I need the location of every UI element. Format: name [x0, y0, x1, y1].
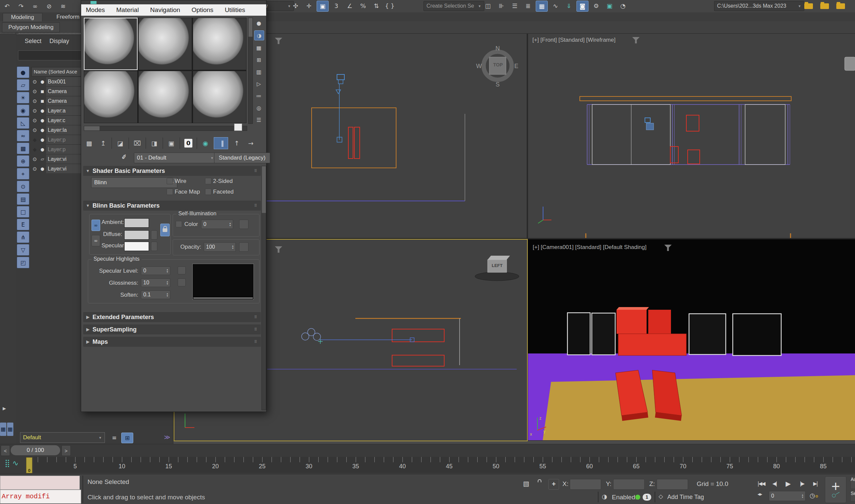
rendered-frame-window-icon[interactable]: ▣ [604, 1, 615, 11]
enabled-green-dot[interactable] [635, 494, 640, 500]
node-label[interactable]: Layer:p [46, 135, 84, 144]
display-hidden-icon[interactable]: □ [17, 206, 29, 218]
go-forward-to-sibling-button[interactable]: → [245, 138, 256, 149]
material-editor-icon[interactable]: ◙ [576, 1, 589, 12]
window-titlebar-sliver[interactable] [81, 0, 266, 4]
viewcube-top-label[interactable]: TOP [492, 62, 504, 68]
display-bones-icon[interactable]: ⌖ [17, 168, 29, 180]
next-frame-button[interactable]: |▶ [796, 478, 807, 489]
display-shapes-icon[interactable]: ▱ [17, 79, 29, 91]
time-slider-display[interactable]: 0 / 100 [11, 445, 60, 455]
explorer-row[interactable]: ⊙ ● Layer:a [31, 106, 84, 115]
material-id-channel-button[interactable]: 0 [180, 138, 194, 149]
render-production-icon[interactable]: ◔ [617, 1, 629, 11]
angle-snap-icon[interactable]: ∠ [344, 1, 355, 11]
time-back-button[interactable]: < [1, 445, 10, 456]
align-icon[interactable]: ⊪ [495, 1, 507, 11]
face-map-checkbox[interactable] [167, 188, 173, 195]
node-label[interactable]: Layer:a [46, 106, 84, 115]
display-geometry-icon[interactable]: ● [17, 67, 29, 78]
specular-level-map-button[interactable] [178, 266, 186, 274]
node-label[interactable]: Box001 [46, 77, 84, 86]
rollout-scrollbar[interactable] [262, 166, 266, 410]
go-to-parent-button[interactable]: ↑ [231, 138, 242, 149]
self-illumination-spinner[interactable]: 0 ▴▾ [201, 220, 233, 229]
compass-west[interactable]: W [476, 63, 482, 70]
viewport-camera-label[interactable]: [+] [Camera001] [Standard] [Default Shad… [533, 244, 647, 251]
sample-corner-swatch[interactable] [234, 124, 242, 131]
hierarchy-view-button[interactable]: ⊞ [121, 433, 133, 443]
explorer-row[interactable]: ⊙ ◼ Camera [31, 87, 84, 96]
spinner-arrows[interactable]: ▴▾ [802, 494, 803, 498]
curve-editor-icon[interactable]: ∿ [550, 1, 561, 11]
explorer-column-header[interactable]: Name (Sorted Asce [31, 67, 86, 76]
select-by-material-button[interactable]: ◎ [254, 103, 263, 112]
absolute-mode-transform-icon[interactable]: + [548, 479, 559, 490]
layer-explorer-toggle-icon[interactable]: ≣ [522, 1, 534, 11]
undo-icon[interactable]: ↶ [1, 1, 13, 11]
visibility-eye-icon[interactable]: ⊙ [31, 156, 39, 162]
backlight-button[interactable]: ◑ [254, 30, 264, 40]
put-material-to-scene-button[interactable]: ↥ [98, 138, 108, 149]
display-selection-icon[interactable]: ⋔ [17, 231, 29, 243]
node-label[interactable]: Camera [46, 96, 84, 106]
material-sample-slot[interactable] [138, 71, 192, 123]
mini-curve-editor-icon[interactable]: ⣿ ∿ [5, 459, 28, 472]
add-time-tag[interactable]: Add Time Tag [667, 494, 704, 501]
material-map-navigator-button[interactable]: ☰ [254, 115, 263, 125]
ribbon-tab[interactable]: Modeling [3, 13, 42, 21]
viewport-camera[interactable]: z x y [+] [Camera001] [Standard] [Defaul… [528, 239, 855, 440]
shader-type-dropdown[interactable]: Blinn▼ [91, 177, 177, 188]
maxscript-listener-input[interactable]: Array modifi [0, 490, 81, 504]
visibility-eye-icon[interactable]: ⊙ [31, 166, 39, 172]
display-materials-icon[interactable]: ▩ [17, 143, 29, 154]
project-structure-folder-icon[interactable] [834, 1, 848, 11]
make-material-copy-button[interactable]: ◨ [146, 138, 160, 149]
percent-snap-icon[interactable]: % [357, 1, 369, 11]
select-and-link-icon[interactable]: ∞ [29, 1, 41, 11]
render-to-texture-icon[interactable]: ⇓ [563, 1, 574, 11]
material-sample-slot[interactable] [84, 71, 138, 123]
explorer-row[interactable]: ⊙ ● Layer:vi [31, 164, 84, 174]
layer-list-button[interactable]: ≡ [108, 433, 120, 443]
self-illumination-map-button[interactable] [239, 220, 248, 229]
render-setup-icon[interactable]: ⚙ [591, 1, 602, 11]
compass-east[interactable]: E [514, 63, 518, 70]
rollout-shader-basic-parameters[interactable]: ▼ Shader Basic Parameters⠿ [83, 166, 261, 176]
specular-map-button[interactable] [151, 242, 157, 251]
key-mode-toggle[interactable]: ◀▶ [757, 492, 762, 496]
material-options-button[interactable]: ≔ [254, 91, 263, 101]
explorer-row[interactable]: ⊙ ● Box001 [31, 77, 84, 87]
node-label[interactable]: Camera [46, 87, 84, 96]
z-coordinate-field[interactable] [657, 479, 688, 490]
material-sample-slot[interactable] [138, 18, 192, 70]
menu-item[interactable]: Options [191, 6, 213, 14]
diffuse-color-swatch[interactable] [124, 230, 149, 240]
explorer-row[interactable]: ⊙ ● Layer:la [31, 125, 84, 135]
show-end-result-button[interactable]: ∥ [214, 137, 228, 149]
set-keys-button[interactable]: + ○— [825, 476, 846, 503]
specular-color-swatch[interactable] [124, 242, 149, 251]
viewport-front[interactable]: [+] [Front] [Standard] [Wireframe] [528, 33, 855, 238]
menu-item[interactable]: Material [116, 6, 139, 14]
redo-icon[interactable]: ↷ [15, 1, 27, 11]
collapsed-rollout[interactable]: ▶ Extended Parameters ⠿ [83, 312, 261, 322]
collapsed-rollout[interactable]: ▶ Maps ⠿ [83, 337, 261, 347]
footer-chevrons[interactable]: ≫ [164, 434, 170, 440]
material-sample-slot[interactable] [84, 18, 138, 70]
display-external-icon[interactable]: E [17, 219, 29, 230]
shield-icon[interactable]: ◑ [602, 493, 607, 500]
visibility-eye-icon[interactable]: ⊙ [31, 98, 39, 104]
viewport-front-canvas[interactable] [528, 34, 855, 238]
selection-region-icon[interactable]: ▧ [523, 480, 529, 488]
display-frozen-icon[interactable]: ▤ [17, 193, 29, 205]
spinner-snap-icon[interactable]: ⇅ [371, 1, 382, 11]
project-settings-folder-icon[interactable] [802, 1, 816, 11]
visibility-eye-icon[interactable]: ⊙ [31, 127, 39, 133]
show-map-in-viewport-button[interactable]: ◉ [197, 138, 211, 149]
visibility-eye-icon[interactable]: ⊙ [31, 88, 39, 94]
display-collection-icon[interactable]: ◰ [17, 257, 29, 268]
ribbon-panel-polygon-modeling[interactable]: Polygon Modeling [2, 22, 60, 32]
material-sample-slot[interactable] [193, 18, 246, 70]
explorer-row[interactable]: ⊙ ▱ Layer:vi [31, 154, 84, 164]
